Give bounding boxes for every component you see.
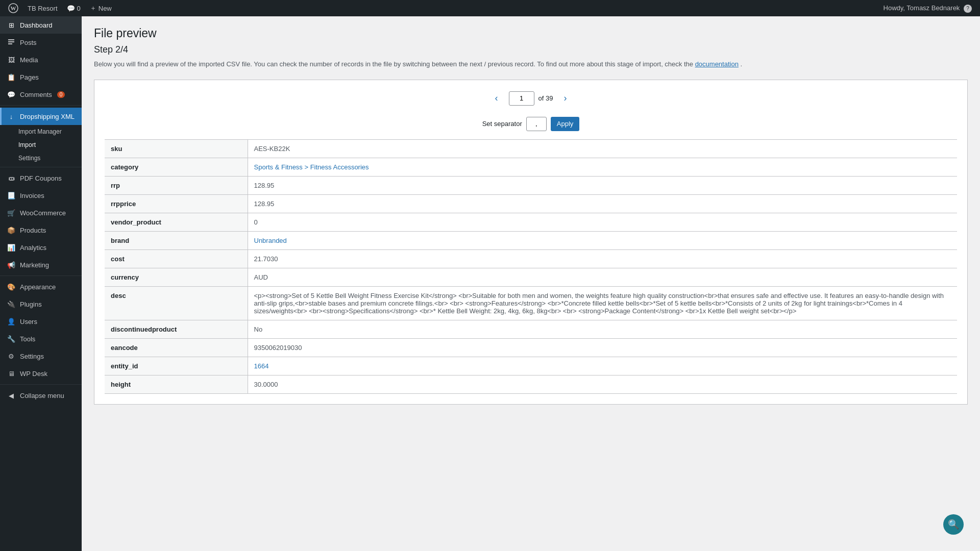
sidebar-item-label: Analytics [20, 244, 46, 252]
sidebar: ⊞ Dashboard Posts 🖼 Media 📋 Pages 💬 Comm… [0, 16, 82, 551]
apply-button[interactable]: Apply [551, 117, 580, 131]
page-number-input[interactable] [509, 91, 534, 106]
table-cell-key: eancode [105, 338, 248, 357]
adminbar-wp-logo[interactable]: W [4, 0, 22, 16]
table-cell-key: discontinuedproduct [105, 320, 248, 338]
separator-input[interactable] [526, 117, 547, 131]
table-row: vendor_product0 [105, 213, 957, 231]
adminbar-new[interactable]: ＋ New [86, 0, 116, 16]
plugins-icon: 🔌 [7, 299, 16, 309]
table-row: desc<p><strong>Set of 5 Kettle Bell Weig… [105, 286, 957, 320]
table-cell-key: cost [105, 249, 248, 268]
prev-page-button[interactable]: ‹ [488, 90, 505, 107]
table-cell-value: <p><strong>Set of 5 Kettle Bell Weight F… [248, 286, 957, 320]
sidebar-subitem-import[interactable]: Import [0, 138, 82, 152]
sidebar-subitem-label: Settings [18, 155, 40, 162]
adminbar-site-name[interactable]: TB Resort [23, 0, 62, 16]
sidebar-subitem-import-manager[interactable]: Import Manager [0, 125, 82, 138]
sidebar-item-woocommerce[interactable]: 🛒 WooCommerce [0, 204, 82, 221]
table-cell-value: 30.0000 [248, 375, 957, 393]
data-table: skuAES-KB22KcategorySports & Fitness > F… [105, 139, 957, 394]
table-cell-value: Unbranded [248, 231, 957, 249]
table-cell-key: brand [105, 231, 248, 249]
table-cell-value: 0 [248, 213, 957, 231]
comments-badge: 0 [57, 91, 65, 98]
sidebar-item-plugins[interactable]: 🔌 Plugins [0, 295, 82, 313]
sidebar-item-comments[interactable]: 💬 Comments 0 [0, 86, 82, 103]
separator-row: Set separator Apply [105, 117, 957, 131]
page-description: Below you will find a preview of the imp… [94, 59, 968, 69]
svg-rect-4 [8, 43, 12, 44]
adminbar-comments[interactable]: 💬 0 [63, 0, 85, 16]
table-cell-key: vendor_product [105, 213, 248, 231]
svg-rect-3 [8, 41, 14, 42]
table-row: brandUnbranded [105, 231, 957, 249]
sidebar-item-label: Settings [20, 353, 44, 360]
menu-separator [0, 105, 82, 106]
table-row: cost21.7030 [105, 249, 957, 268]
dropshipping-icon: ↓ [7, 112, 16, 121]
sidebar-item-label: WP Desk [20, 370, 47, 378]
sidebar-item-marketing[interactable]: 📢 Marketing [0, 256, 82, 273]
main-content: File preview Step 2/4 Below you will fin… [82, 16, 980, 551]
svg-rect-2 [8, 39, 14, 40]
separator-label: Set separator [482, 120, 522, 128]
table-cell-value: 21.7030 [248, 249, 957, 268]
sidebar-item-dropshipping[interactable]: ↓ Dropshipping XML [0, 108, 82, 125]
table-cell-key: desc [105, 286, 248, 320]
users-icon: 👤 [7, 317, 16, 326]
sidebar-collapse[interactable]: ◀ Collapse menu [0, 387, 82, 404]
sidebar-item-pdf-coupons[interactable]: 🎟 PDF Coupons [0, 169, 82, 187]
sidebar-collapse-label: Collapse menu [20, 392, 64, 399]
sidebar-item-users[interactable]: 👤 Users [0, 313, 82, 330]
sidebar-subitem-settings[interactable]: Settings [0, 152, 82, 165]
sidebar-item-wp-desk[interactable]: 🖥 WP Desk [0, 365, 82, 382]
sidebar-item-label: Plugins [20, 300, 42, 308]
search-icon: 🔍 [948, 519, 959, 530]
sidebar-item-settings[interactable]: ⚙ Settings [0, 347, 82, 365]
table-cell-key: rrp [105, 176, 248, 194]
table-cell-key: sku [105, 139, 248, 158]
sidebar-item-label: Dashboard [20, 21, 53, 29]
appearance-icon: 🎨 [7, 282, 16, 291]
table-cell-value: Sports & Fitness > Fitness Accessories [248, 158, 957, 176]
menu-separator-2 [0, 167, 82, 167]
search-bubble[interactable]: 🔍 [943, 514, 964, 535]
sidebar-item-appearance[interactable]: 🎨 Appearance [0, 278, 82, 295]
settings-icon: ⚙ [7, 352, 16, 361]
next-page-button[interactable]: › [557, 90, 573, 107]
table-row: rrpprice128.95 [105, 194, 957, 213]
sidebar-item-analytics[interactable]: 📊 Analytics [0, 239, 82, 256]
documentation-link[interactable]: documentation [695, 60, 739, 68]
table-row: discontinuedproductNo [105, 320, 957, 338]
table-cell-value: 128.95 [248, 176, 957, 194]
products-icon: 📦 [7, 226, 16, 235]
invoices-icon: 📃 [7, 191, 16, 200]
sidebar-item-media[interactable]: 🖼 Media [0, 51, 82, 68]
sidebar-item-dashboard[interactable]: ⊞ Dashboard [0, 16, 82, 34]
sidebar-item-label: Posts [20, 39, 37, 46]
sidebar-item-invoices[interactable]: 📃 Invoices [0, 187, 82, 204]
analytics-icon: 📊 [7, 243, 16, 252]
table-cell-key: rrpprice [105, 194, 248, 213]
preview-card: ‹ of 39 › Set separator Apply skuAES-KB2… [94, 80, 968, 405]
sidebar-item-products[interactable]: 📦 Products [0, 221, 82, 239]
sidebar-subitem-label: Import [18, 141, 36, 148]
table-row: currencyAUD [105, 268, 957, 286]
comment-icon: 💬 [67, 5, 75, 12]
sidebar-item-label: Appearance [20, 283, 56, 291]
pages-icon: 📋 [7, 72, 16, 82]
table-cell-value: AUD [248, 268, 957, 286]
table-cell-value: No [248, 320, 957, 338]
table-row: entity_id1664 [105, 357, 957, 375]
step-title: Step 2/4 [94, 44, 968, 55]
page-title: File preview [94, 27, 968, 40]
tools-icon: 🔧 [7, 334, 16, 343]
sidebar-item-posts[interactable]: Posts [0, 34, 82, 51]
menu-separator-3 [0, 276, 82, 276]
sidebar-item-tools[interactable]: 🔧 Tools [0, 330, 82, 347]
sidebar-item-pages[interactable]: 📋 Pages [0, 68, 82, 86]
pdf-coupons-icon: 🎟 [7, 173, 16, 183]
comments-icon: 💬 [7, 90, 16, 99]
table-cell-key: entity_id [105, 357, 248, 375]
